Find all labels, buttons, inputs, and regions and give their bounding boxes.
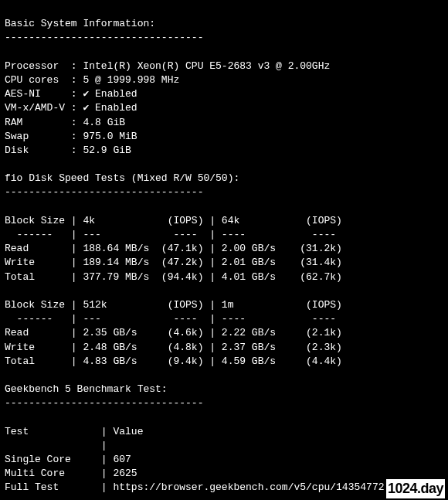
geekbench-header: Test | Value: [5, 426, 143, 437]
row-aes-ni: AES-NI : ✔ Enabled: [5, 88, 137, 100]
geekbench-full-test: Full Test | https://browser.geekbench.co…: [5, 481, 384, 493]
separator: ---------------------------------: [5, 397, 203, 409]
geekbench-multi-core: Multi Core | 2625: [5, 468, 137, 479]
geekbench-blank: |: [5, 440, 113, 451]
row-cpu-cores: CPU cores : 5 @ 1999.998 MHz: [5, 74, 179, 86]
fio-table2-row-total: Total | 4.83 GB/s (9.4k) | 4.59 GB/s (4.…: [5, 355, 342, 367]
separator: ---------------------------------: [5, 186, 203, 198]
fio-table2-row-write: Write | 2.48 GB/s (4.8k) | 2.37 GB/s (2.…: [5, 342, 342, 353]
fio-table1-row-total: Total | 377.79 MB/s (94.4k) | 4.01 GB/s …: [5, 271, 342, 283]
fio-table2-div: ------ | --- ---- | ---- ----: [5, 313, 342, 325]
geekbench-single-core: Single Core | 607: [5, 454, 131, 465]
terminal-output: Basic System Information: --------------…: [0, 0, 448, 498]
row-swap: Swap : 975.0 MiB: [5, 131, 137, 142]
fio-table1-row-write: Write | 189.14 MB/s (47.2k) | 2.01 GB/s …: [5, 257, 342, 268]
row-ram: RAM : 4.8 GiB: [5, 117, 125, 128]
row-vmx-amdv: VM-x/AMD-V : ✔ Enabled: [5, 102, 137, 114]
fio-table2-row-read: Read | 2.35 GB/s (4.6k) | 2.22 GB/s (2.1…: [5, 327, 342, 338]
separator: ---------------------------------: [5, 32, 203, 43]
watermark: 1024.day: [386, 479, 445, 498]
basic-info-title: Basic System Information:: [5, 18, 155, 29]
fio-table1-div: ------ | --- ---- | ---- ----: [5, 229, 342, 240]
fio-table1-row-read: Read | 188.64 MB/s (47.1k) | 2.00 GB/s (…: [5, 243, 342, 254]
geekbench-title: Geekbench 5 Benchmark Test:: [5, 383, 168, 395]
row-processor: Processor : Intel(R) Xeon(R) CPU E5-2683…: [5, 60, 330, 72]
fio-table2-header: Block Size | 512k (IOPS) | 1m (IOPS): [5, 299, 342, 311]
fio-title: fio Disk Speed Tests (Mixed R/W 50/50):: [5, 172, 239, 184]
fio-table1-header: Block Size | 4k (IOPS) | 64k (IOPS): [5, 215, 342, 226]
row-disk: Disk : 52.9 GiB: [5, 145, 131, 156]
